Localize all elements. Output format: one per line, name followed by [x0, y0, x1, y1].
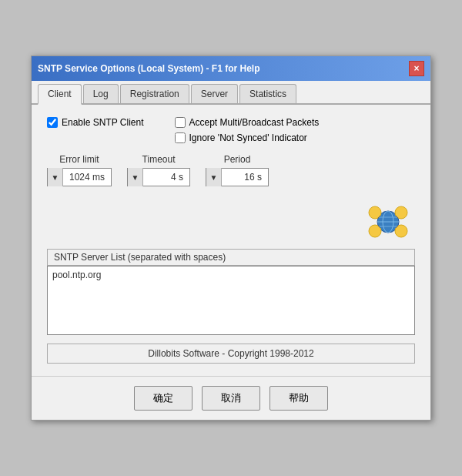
tab-statistics[interactable]: Statistics	[239, 84, 296, 103]
button-row: 确定 取消 帮助	[32, 376, 430, 420]
help-button[interactable]: 帮助	[270, 386, 328, 411]
server-list-label: SNTP Server List (separated with spaces)	[48, 250, 414, 265]
period-value: 16 s	[222, 172, 268, 183]
error-limit-spinner[interactable]: ▼ 1024 ms	[47, 168, 112, 186]
tab-client[interactable]: Client	[38, 84, 82, 105]
right-checkboxes: Accept Multi/Broadcast Packets Ignore 'N…	[175, 117, 320, 143]
ignore-synced-label: Ignore 'Not Synced' Indicator	[189, 132, 307, 143]
error-limit-value: 1024 ms	[63, 172, 111, 183]
ignore-synced-checkbox-item[interactable]: Ignore 'Not Synced' Indicator	[175, 132, 320, 143]
window-title: SNTP Service Options (Local System) - F1…	[38, 63, 260, 74]
spinners-row: Error limit ▼ 1024 ms Timeout ▼ 4 s Peri…	[47, 154, 415, 186]
timeout-spinner[interactable]: ▼ 4 s	[127, 168, 190, 186]
title-bar: SNTP Service Options (Local System) - F1…	[32, 56, 430, 81]
error-limit-arrow[interactable]: ▼	[48, 168, 63, 186]
enable-sntp-checkbox[interactable]	[47, 117, 58, 128]
timeout-arrow[interactable]: ▼	[128, 168, 143, 186]
timeout-value: 4 s	[143, 172, 189, 183]
period-arrow[interactable]: ▼	[206, 168, 222, 186]
server-list-group: SNTP Server List (separated with spaces)	[47, 249, 415, 337]
timeout-group: Timeout ▼ 4 s	[127, 154, 190, 186]
network-icon	[361, 199, 415, 241]
error-limit-label: Error limit	[59, 154, 99, 165]
server-list-textarea[interactable]	[47, 266, 415, 335]
accept-multi-checkbox[interactable]	[175, 117, 186, 128]
tab-registration[interactable]: Registration	[120, 84, 189, 103]
tab-log[interactable]: Log	[83, 84, 119, 103]
cancel-button[interactable]: 取消	[202, 386, 260, 411]
period-spinner[interactable]: ▼ 16 s	[206, 168, 269, 186]
ok-button[interactable]: 确定	[134, 386, 192, 411]
tab-server[interactable]: Server	[191, 84, 238, 103]
timeout-label: Timeout	[142, 154, 176, 165]
accept-multi-checkbox-item[interactable]: Accept Multi/Broadcast Packets	[175, 117, 320, 128]
period-group: Period ▼ 16 s	[206, 154, 269, 186]
ignore-synced-checkbox[interactable]	[175, 132, 186, 143]
tab-content: Enable SNTP Client Accept Multi/Broadcas…	[32, 105, 430, 376]
enable-sntp-label: Enable SNTP Client	[62, 117, 144, 128]
period-label: Period	[224, 154, 251, 165]
copyright-bar: Dillobits Software - Copyright 1998-2012	[47, 344, 415, 364]
enable-sntp-checkbox-item[interactable]: Enable SNTP Client	[47, 117, 144, 128]
copyright-text: Dillobits Software - Copyright 1998-2012	[148, 348, 313, 359]
main-window: SNTP Service Options (Local System) - F1…	[31, 55, 431, 421]
icon-section	[47, 199, 415, 241]
tab-bar: Client Log Registration Server Statistic…	[32, 81, 430, 105]
options-row: Enable SNTP Client Accept Multi/Broadcas…	[47, 117, 415, 143]
close-button[interactable]: ×	[409, 61, 424, 76]
server-list-border: SNTP Server List (separated with spaces)	[47, 249, 415, 266]
accept-multi-label: Accept Multi/Broadcast Packets	[189, 117, 320, 128]
error-limit-group: Error limit ▼ 1024 ms	[47, 154, 112, 186]
